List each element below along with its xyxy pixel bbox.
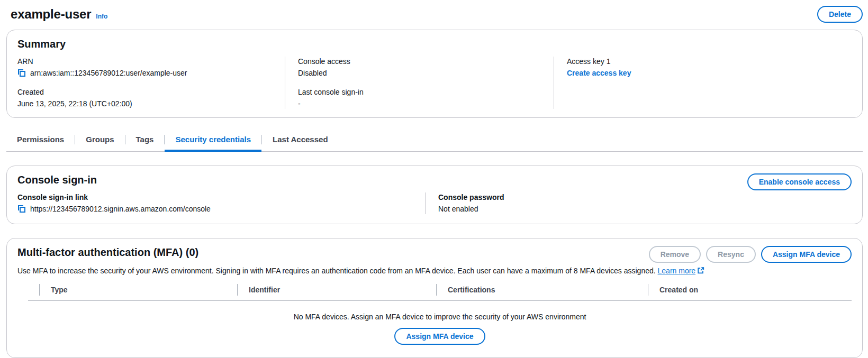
- created-value: June 13, 2025, 22:18 (UTC+02:00): [17, 98, 132, 109]
- mfa-description-text: Use MFA to increase the security of your…: [17, 267, 656, 275]
- assign-mfa-device-empty-button[interactable]: Assign MFA device: [394, 328, 485, 345]
- tab-security-credentials[interactable]: Security credentials: [165, 130, 261, 151]
- remove-mfa-button[interactable]: Remove: [649, 246, 701, 263]
- assign-mfa-device-button[interactable]: Assign MFA device: [761, 246, 852, 263]
- mfa-heading: Multi-factor authentication (MFA) (0): [17, 246, 198, 259]
- mfa-card: Multi-factor authentication (MFA) (0) Re…: [6, 238, 863, 358]
- console-password-label: Console password: [438, 192, 852, 203]
- resync-mfa-button[interactable]: Resync: [706, 246, 756, 263]
- arn-label: ARN: [17, 57, 285, 67]
- console-signin-link-value: https://123456789012.signin.aws.amazon.c…: [30, 204, 211, 214]
- summary-column-2: Console access Disabled Last console sig…: [285, 57, 554, 109]
- tab-groups[interactable]: Groups: [75, 130, 124, 151]
- console-password-column: Console password Not enabled: [425, 192, 852, 214]
- learn-more-link[interactable]: Learn more: [658, 267, 696, 275]
- summary-column-3: Access key 1 Create access key: [554, 57, 852, 109]
- mfa-table-selection-column: [28, 284, 39, 296]
- mfa-table: Type Identifier Certifications Created o…: [28, 284, 852, 345]
- copy-arn-button[interactable]: [17, 69, 26, 77]
- last-signin-value: -: [298, 98, 301, 109]
- console-access-value: Disabled: [298, 68, 327, 78]
- console-signin-card: Console sign-in Enable console access Co…: [6, 166, 863, 224]
- page-title: example-user: [11, 7, 91, 22]
- tab-last-accessed[interactable]: Last Accessed: [262, 130, 339, 151]
- summary-card: Summary ARN arn:aw: [6, 30, 863, 118]
- tab-permissions[interactable]: Permissions: [6, 130, 75, 151]
- arn-value: arn:aws:iam::123456789012:user/example-u…: [30, 68, 187, 78]
- console-signin-link-label: Console sign-in link: [17, 192, 425, 203]
- mfa-empty-state-text: No MFA devices. Assign an MFA device to …: [28, 313, 852, 321]
- mfa-table-header-identifier: Identifier: [237, 284, 436, 296]
- delete-user-button[interactable]: Delete: [817, 6, 863, 23]
- create-access-key-link[interactable]: Create access key: [567, 68, 631, 78]
- summary-heading: Summary: [17, 38, 852, 50]
- mfa-table-header-row: Type Identifier Certifications Created o…: [28, 284, 852, 301]
- page-header: example-user Info Delete: [0, 0, 868, 23]
- mfa-table-header-created-on: Created on: [648, 284, 852, 296]
- console-signin-link-column: Console sign-in link https://12345678901…: [17, 192, 425, 214]
- mfa-description: Use MFA to increase the security of your…: [17, 266, 852, 277]
- mfa-table-header-type: Type: [39, 284, 237, 296]
- console-password-value: Not enabled: [438, 204, 478, 214]
- console-access-label: Console access: [298, 57, 554, 67]
- access-key-label: Access key 1: [567, 57, 852, 67]
- mfa-table-header-certifications: Certifications: [436, 284, 648, 296]
- copy-icon: [17, 205, 26, 213]
- console-signin-heading: Console sign-in: [17, 173, 97, 186]
- external-link-icon: [697, 267, 704, 276]
- enable-console-access-button[interactable]: Enable console access: [747, 173, 852, 190]
- last-signin-label: Last console sign-in: [298, 87, 554, 97]
- info-link[interactable]: Info: [96, 13, 107, 20]
- summary-column-1: ARN arn:aws:iam::123456789012:user/examp…: [17, 57, 285, 109]
- tab-tags[interactable]: Tags: [125, 130, 165, 151]
- copy-signin-link-button[interactable]: [17, 205, 26, 213]
- copy-icon: [17, 69, 26, 77]
- user-detail-tabs: Permissions Groups Tags Security credent…: [6, 130, 863, 152]
- created-label: Created: [17, 87, 285, 97]
